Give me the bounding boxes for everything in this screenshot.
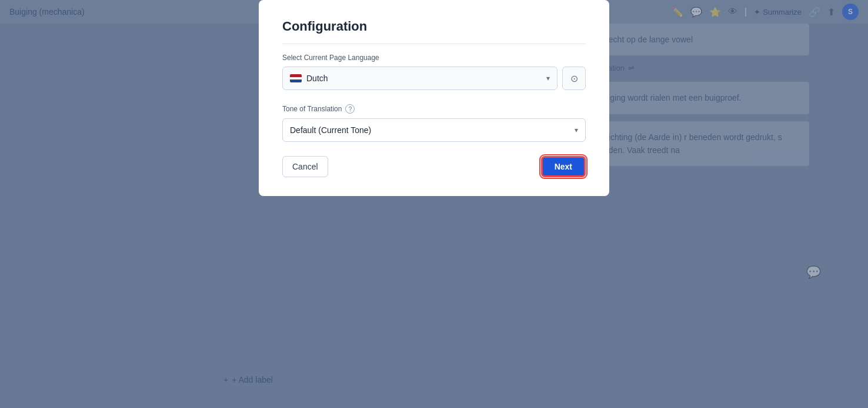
language-label: Select Current Page Language bbox=[282, 54, 586, 62]
language-field: Select Current Page Language Dutch ▾ ⊙ bbox=[282, 54, 586, 90]
language-value: Dutch bbox=[306, 74, 328, 83]
modal-overlay: Configuration Select Current Page Langua… bbox=[0, 0, 868, 408]
language-chevron-icon: ▾ bbox=[546, 74, 550, 82]
detect-language-button[interactable]: ⊙ bbox=[562, 67, 586, 90]
language-select-row: Dutch ▾ ⊙ bbox=[282, 67, 586, 90]
tone-field: Tone of Translation ? Default (Current T… bbox=[282, 104, 586, 142]
tone-label: Tone of Translation bbox=[282, 105, 342, 113]
modal-title: Configuration bbox=[282, 19, 586, 44]
next-button[interactable]: Next bbox=[541, 156, 586, 177]
tone-label-row: Tone of Translation ? bbox=[282, 104, 586, 114]
language-select-inner: Dutch bbox=[290, 74, 328, 83]
compass-icon: ⊙ bbox=[570, 73, 578, 84]
modal-buttons: Cancel Next bbox=[282, 156, 586, 177]
cancel-button[interactable]: Cancel bbox=[282, 156, 328, 177]
language-dropdown[interactable]: Dutch ▾ bbox=[282, 67, 557, 90]
tone-dropdown[interactable]: Default (Current Tone) ▾ Default (Curren… bbox=[282, 118, 586, 142]
dutch-flag-icon bbox=[290, 74, 302, 82]
configuration-modal: Configuration Select Current Page Langua… bbox=[259, 0, 609, 196]
tone-help-icon[interactable]: ? bbox=[345, 104, 355, 114]
flag-blue-stripe bbox=[290, 79, 302, 82]
